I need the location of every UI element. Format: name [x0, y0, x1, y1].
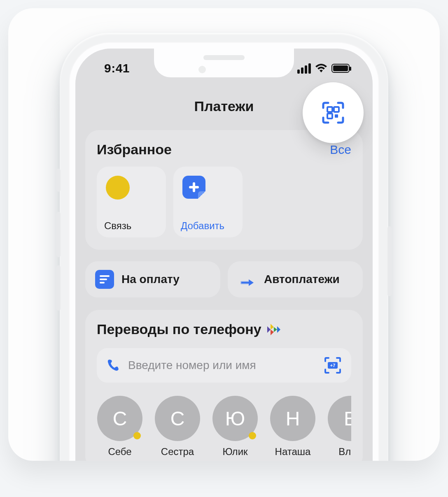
phone-bezel: 9:41 Платежи: [69, 42, 379, 461]
provider-icon: [106, 176, 130, 200]
qr-scan-button[interactable]: [303, 82, 364, 143]
contact-item[interactable]: ССебе: [97, 396, 143, 458]
scan-number-button[interactable]: +7: [323, 356, 342, 375]
autopay-icon: [238, 270, 257, 289]
favorite-label: Связь: [104, 220, 159, 232]
contact-name: Наташа: [275, 446, 311, 458]
avatar: С: [97, 396, 142, 441]
receipt-icon: [95, 270, 114, 289]
phone-icon: [106, 358, 121, 373]
phone-search-input[interactable]: Введите номер или имя +7: [97, 348, 351, 383]
favorites-title: Избранное: [97, 142, 172, 158]
sbp-logo-icon: [267, 324, 280, 335]
phone-speaker: [203, 55, 245, 60]
qr-scan-icon: [321, 100, 345, 125]
favorites-all-link[interactable]: Все: [330, 143, 351, 157]
phone-volume-down: [56, 265, 61, 311]
page-title: Платежи: [194, 98, 254, 114]
for-payment-label: На оплату: [121, 273, 180, 286]
battery-icon: [331, 64, 350, 73]
favorite-tile-add[interactable]: Добавить: [173, 167, 243, 237]
favorite-tile-svyaz[interactable]: Связь: [97, 167, 166, 237]
scan-number-icon: +7: [324, 356, 342, 374]
status-dot: [249, 432, 256, 439]
status-time: 9:41: [104, 61, 130, 75]
avatar: В: [328, 396, 351, 441]
svg-text:+7: +7: [330, 363, 336, 368]
autopayments-button[interactable]: Автоплатежи: [228, 261, 363, 297]
contact-name: Юлик: [222, 446, 247, 458]
transfers-card: Переводы по телефону Вв: [85, 310, 363, 461]
contact-item[interactable]: ВВлад: [327, 396, 351, 458]
status-dot: [133, 432, 141, 439]
contact-name: Влад: [338, 446, 351, 458]
contacts-row: ССебеССестраЮЮликННаташаВВлад: [97, 396, 351, 458]
promo-canvas: 9:41 Платежи: [8, 8, 440, 461]
svg-rect-2: [327, 114, 332, 118]
avatar: Н: [270, 396, 315, 441]
contact-item[interactable]: ССестра: [154, 396, 201, 458]
phone-mute-switch: [56, 169, 61, 192]
svg-rect-3: [335, 114, 338, 118]
contact-item[interactable]: ЮЮлик: [212, 396, 258, 458]
contact-name: Сестра: [161, 446, 194, 458]
phone-camera: [198, 66, 206, 73]
cellular-icon: [297, 63, 311, 74]
favorites-card: Избранное Все Связь Добавить: [85, 130, 363, 250]
phone-notch: [154, 49, 294, 77]
quick-actions-row: На оплату Автоплатежи: [85, 261, 363, 297]
phone-power-button: [387, 226, 392, 296]
search-placeholder: Введите номер или имя: [128, 359, 316, 372]
for-payment-button[interactable]: На оплату: [85, 261, 220, 297]
phone-frame: 9:41 Платежи: [60, 33, 388, 461]
wifi-icon: [315, 64, 327, 73]
phone-volume-up: [56, 212, 61, 257]
contact-name: Себе: [108, 446, 131, 458]
svg-rect-1: [334, 107, 339, 112]
transfers-title: Переводы по телефону: [97, 321, 261, 337]
avatar: Ю: [212, 396, 258, 441]
favorite-add-label: Добавить: [181, 220, 235, 232]
avatar: С: [155, 396, 200, 441]
autopayments-label: Автоплатежи: [264, 273, 340, 286]
svg-rect-4: [240, 281, 249, 284]
phone-screen: 9:41 Платежи: [75, 49, 373, 461]
svg-rect-0: [327, 107, 332, 112]
contact-item[interactable]: ННаташа: [270, 396, 316, 458]
plus-icon: [182, 176, 205, 199]
screen-header: Платежи: [75, 90, 373, 123]
